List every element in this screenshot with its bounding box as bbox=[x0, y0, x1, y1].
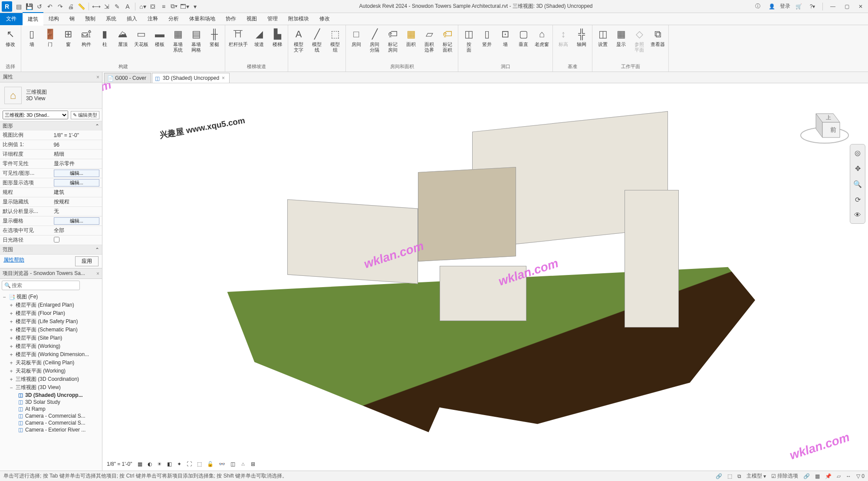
railing-button[interactable]: ⛩栏杆扶手 bbox=[227, 26, 250, 48]
tree-node[interactable]: +楼层平面 (Working) bbox=[0, 342, 102, 350]
tree-node-views[interactable]: −📑视图 (Fe) bbox=[0, 293, 102, 301]
component-button[interactable]: 🛋构件 bbox=[78, 26, 95, 48]
qat-thin-icon[interactable]: ≡ bbox=[159, 2, 168, 11]
qat-tag-icon[interactable]: ✎ bbox=[112, 2, 122, 11]
apply-button[interactable]: 应用 bbox=[75, 256, 99, 266]
qat-switch-icon[interactable]: 🗔▾ bbox=[180, 2, 189, 11]
ramp-button[interactable]: ◢坡道 bbox=[250, 26, 268, 48]
visual-style-icon[interactable]: ◐ bbox=[146, 461, 154, 467]
qat-text-icon[interactable]: A bbox=[123, 2, 132, 11]
prop-category-extents[interactable]: 范围⌃ bbox=[0, 245, 102, 254]
select-underlay-icon[interactable]: ▦ bbox=[815, 473, 820, 479]
wall-open-button[interactable]: ⊡墙 bbox=[496, 26, 514, 48]
design-options-icon[interactable]: ⧉ bbox=[737, 473, 741, 479]
tree-node[interactable]: +楼层平面 (Schematic Plan) bbox=[0, 326, 102, 334]
close-button[interactable]: ✕ bbox=[855, 2, 866, 11]
constraints-icon[interactable]: ⊞ bbox=[249, 461, 257, 467]
tab-structure[interactable]: 结构 bbox=[43, 13, 64, 25]
tree-leaf-active[interactable]: ◫3D (Shaded) Uncropp... bbox=[0, 392, 102, 399]
shadows-icon[interactable]: ◧ bbox=[165, 461, 174, 467]
tab-steel[interactable]: 钢 bbox=[64, 13, 80, 25]
viewer-button[interactable]: ⧉查看器 bbox=[649, 26, 667, 48]
qat-print-icon[interactable]: 🖨 bbox=[66, 2, 76, 11]
qat-align-icon[interactable]: ⇲ bbox=[102, 2, 112, 11]
tab-precast[interactable]: 预制 bbox=[80, 13, 101, 25]
close-icon[interactable]: × bbox=[96, 271, 99, 277]
modify-button[interactable]: ↖修改 bbox=[2, 26, 19, 48]
select-pinned-icon[interactable]: 📌 bbox=[825, 473, 832, 479]
tree-node[interactable]: +天花板平面 (Ceiling Plan) bbox=[0, 359, 102, 367]
properties-help-link[interactable]: 属性帮助 bbox=[0, 255, 28, 265]
vg-edit-button[interactable]: 编辑... bbox=[54, 170, 100, 177]
show-button[interactable]: ▦显示 bbox=[612, 26, 630, 48]
tab-collab[interactable]: 协作 bbox=[220, 13, 241, 25]
crop-show-icon[interactable]: ⬚ bbox=[195, 461, 204, 467]
sun-path-checkbox[interactable] bbox=[54, 237, 59, 242]
view-tab-cover[interactable]: 📄G000 - Cover bbox=[104, 73, 151, 83]
properties-type-selector[interactable]: ⌂ 三维视图 3D View bbox=[0, 82, 102, 109]
qat-dim-icon[interactable]: ⟷ bbox=[92, 2, 101, 11]
tab-modify[interactable]: 修改 bbox=[314, 13, 335, 25]
stair-button[interactable]: ▙楼梯 bbox=[269, 26, 286, 48]
area-button[interactable]: ▦面积 bbox=[402, 26, 420, 48]
zoom-icon[interactable]: 🔍 bbox=[852, 178, 863, 190]
detail-level-icon[interactable]: ▦ bbox=[136, 461, 144, 467]
qat-more-icon[interactable]: ▾ bbox=[190, 2, 200, 11]
temp-hide-icon[interactable]: 👓 bbox=[217, 461, 227, 467]
look-icon[interactable]: 👁 bbox=[852, 209, 863, 221]
tree-node[interactable]: −三维视图 (3D View) bbox=[0, 383, 102, 392]
tab-view[interactable]: 视图 bbox=[241, 13, 262, 25]
close-icon[interactable]: × bbox=[96, 74, 99, 80]
tree-node[interactable]: +天花板平面 (Working) bbox=[0, 367, 102, 375]
prop-category-graphics[interactable]: 图形⌃ bbox=[0, 121, 102, 131]
minimize-button[interactable]: — bbox=[827, 2, 838, 11]
viewcube[interactable]: 前 上 bbox=[799, 101, 851, 153]
qat-3d-icon[interactable]: ⌂▾ bbox=[138, 2, 148, 11]
qat-save-icon[interactable]: 💾 bbox=[24, 2, 34, 11]
tree-leaf[interactable]: ◫Camera - Commercial S... bbox=[0, 412, 102, 419]
maximize-button[interactable]: ▢ bbox=[841, 2, 852, 11]
select-face-icon[interactable]: ▱ bbox=[837, 473, 841, 479]
tab-insert[interactable]: 插入 bbox=[122, 13, 142, 25]
level-button[interactable]: ↕标高 bbox=[555, 26, 572, 48]
qat-measure-icon[interactable]: 📏 bbox=[76, 2, 86, 11]
main-model-select[interactable]: 主模型 ▾ bbox=[746, 472, 766, 480]
tree-node[interactable]: +楼层平面 (Working Dimension... bbox=[0, 350, 102, 359]
qat-undo-icon[interactable]: ↶ bbox=[45, 2, 55, 11]
sun-path-icon[interactable]: ☀ bbox=[155, 461, 164, 467]
tab-massing[interactable]: 体量和场地 bbox=[184, 13, 220, 25]
area-bound-button[interactable]: ▱面积 边界 bbox=[421, 26, 438, 54]
grid-button[interactable]: ╬轴网 bbox=[573, 26, 590, 48]
search-input[interactable] bbox=[2, 281, 80, 290]
tree-node[interactable]: +楼层平面 (Floor Plan) bbox=[0, 309, 102, 317]
ref-plane-button[interactable]: ◇参照 平面 bbox=[631, 26, 648, 54]
scale-selector[interactable]: 1/8" = 1'-0" bbox=[105, 461, 134, 467]
tab-addins[interactable]: 附加模块 bbox=[283, 13, 314, 25]
room-sep-button[interactable]: ╱房间 分隔 bbox=[366, 26, 383, 54]
mullion-button[interactable]: ╫竖梃 bbox=[206, 26, 223, 48]
help-icon[interactable]: ?▾ bbox=[807, 2, 818, 11]
qat-open-icon[interactable]: ▤ bbox=[14, 2, 23, 11]
close-icon[interactable]: × bbox=[222, 75, 225, 81]
tab-systems[interactable]: 系统 bbox=[101, 13, 122, 25]
by-face-button[interactable]: ◫按 面 bbox=[460, 26, 477, 54]
tab-annotate[interactable]: 注释 bbox=[142, 13, 163, 25]
room-button[interactable]: □房间 bbox=[348, 26, 365, 48]
shaft-button[interactable]: ▯竖井 bbox=[478, 26, 496, 48]
tree-leaf[interactable]: ◫Camera - Commercial S... bbox=[0, 419, 102, 426]
door-button[interactable]: 🚪门 bbox=[41, 26, 59, 48]
user-icon[interactable]: 👤 bbox=[766, 2, 777, 11]
lock-icon[interactable]: 🔓 bbox=[205, 461, 215, 467]
vertical-button[interactable]: ▢垂直 bbox=[515, 26, 532, 48]
view-tab-3d[interactable]: ◫3D (Shaded) Uncropped× bbox=[152, 73, 230, 83]
grids-edit-button[interactable]: 编辑... bbox=[54, 217, 100, 225]
reveal-icon[interactable]: ◫ bbox=[229, 461, 237, 467]
tree-node[interactable]: +楼层平面 (Site Plan) bbox=[0, 334, 102, 342]
qat-close-icon[interactable]: ⧉▾ bbox=[169, 2, 179, 11]
filter-icon[interactable]: ▽ 0 bbox=[856, 473, 865, 479]
steering-wheel-icon[interactable]: ◎ bbox=[852, 147, 863, 158]
tree-node[interactable]: +楼层平面 (Life Safety Plan) bbox=[0, 317, 102, 326]
login-link[interactable]: 登录 bbox=[780, 2, 790, 11]
workset-icon[interactable]: 🔗 bbox=[716, 473, 722, 479]
tab-manage[interactable]: 管理 bbox=[262, 13, 283, 25]
